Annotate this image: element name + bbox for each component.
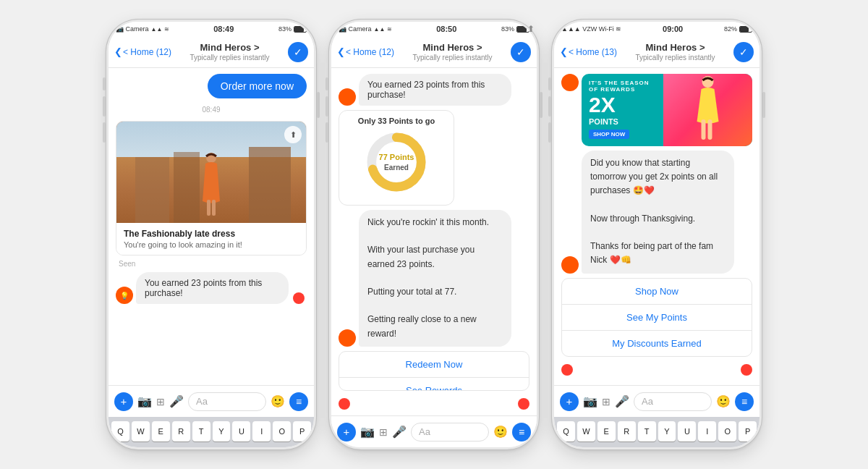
- emoji-icon-2[interactable]: 🙂: [493, 425, 508, 439]
- time-2: 08:50: [436, 25, 456, 33]
- power-button-2: [540, 92, 542, 118]
- nav-center-1: Mind Heros > Typically replies instantly: [174, 42, 285, 62]
- nav-checkmark-3[interactable]: ✓: [733, 42, 754, 62]
- donut-chart: 77 Points Earned: [348, 130, 445, 195]
- nav-subtitle-2: Typically replies instantly: [397, 54, 508, 62]
- key-I[interactable]: I: [252, 421, 271, 441]
- svg-rect-7: [707, 119, 712, 140]
- card-title-1: The Fashionably late dress: [124, 229, 299, 239]
- key-P[interactable]: P: [293, 421, 311, 441]
- bot-avatar-1: 💡: [116, 287, 133, 304]
- key-Q[interactable]: Q: [111, 421, 129, 441]
- key-Q3[interactable]: Q: [557, 421, 575, 441]
- shop-now-link[interactable]: Shop Now: [562, 279, 752, 304]
- input-bar-3: + 📷 ⊞ 🎤 Aa 🙂 ≡: [554, 385, 760, 417]
- key-P3[interactable]: P: [739, 421, 757, 441]
- image-icon-1[interactable]: ⊞: [156, 396, 165, 407]
- add-icon-3[interactable]: +: [560, 392, 579, 411]
- nav-subtitle-1: Typically replies instantly: [174, 54, 285, 62]
- image-icon-2[interactable]: ⊞: [379, 426, 388, 438]
- bot-row-2b: Nick you're rockin' it this month. With …: [339, 210, 529, 347]
- emoji-icon-1[interactable]: 🙂: [271, 394, 285, 408]
- key-R[interactable]: R: [172, 421, 190, 441]
- message-input-2[interactable]: Aa: [411, 423, 489, 441]
- card-share-btn-1[interactable]: ⬆: [284, 126, 302, 143]
- svg-rect-2: [212, 200, 216, 216]
- camera-icon-1[interactable]: 📷: [137, 394, 152, 408]
- mic-icon-2[interactable]: 🎤: [392, 425, 407, 439]
- message-input-1[interactable]: Aa: [188, 392, 266, 411]
- key-W3[interactable]: W: [577, 421, 595, 441]
- bot-row-2a: You earned 23 points from this purchase!: [339, 74, 529, 106]
- battery-pct-3: 82%: [724, 25, 737, 33]
- fashion-card[interactable]: ⬆ The Fashionably late dress You're goin…: [116, 121, 307, 255]
- order-button-bubble[interactable]: Order more now: [208, 74, 307, 98]
- status-bar-3: ▲▲▲ VZW Wi-Fi ≋ 09:00 82%: [554, 22, 760, 36]
- discounts-earned-link[interactable]: My Discounts Earned: [562, 330, 752, 356]
- phone-3: ▲▲▲ VZW Wi-Fi ≋ 09:00 82% ❮ < Home (13): [552, 20, 762, 449]
- carrier-3: ▲▲▲ VZW Wi-Fi ≋: [561, 25, 621, 33]
- key-O3[interactable]: O: [718, 421, 736, 441]
- key-T3[interactable]: T: [638, 421, 656, 441]
- key-E[interactable]: E: [152, 421, 170, 441]
- key-E3[interactable]: E: [597, 421, 616, 441]
- mic-icon-3[interactable]: 🎤: [615, 394, 629, 408]
- bot-dots-row: [339, 398, 529, 410]
- status-left-3: ▲▲▲ VZW Wi-Fi ≋: [561, 25, 621, 33]
- bot-avatar-3: [561, 74, 579, 91]
- battery-pct-1: 83%: [278, 25, 292, 33]
- camera-icon-2[interactable]: 📷: [360, 425, 375, 439]
- add-icon-1[interactable]: +: [114, 392, 133, 411]
- points-bubble-1: You earned 23 points from this purchase!: [136, 272, 289, 304]
- bot-dot-left: [339, 398, 350, 410]
- menu-icon-3[interactable]: ≡: [735, 392, 754, 411]
- power-button-1: [317, 92, 320, 118]
- volume-buttons-1: [103, 77, 106, 143]
- nav-title-3: Mind Heros >: [620, 42, 731, 54]
- menu-icon-2[interactable]: ≡: [512, 423, 531, 441]
- key-R3[interactable]: R: [618, 421, 636, 441]
- key-Y[interactable]: Y: [213, 421, 231, 441]
- bot-avatar-2b: [339, 329, 356, 347]
- time-1: 08:49: [213, 25, 234, 33]
- nav-back-1[interactable]: ❮ < Home (12): [114, 46, 171, 57]
- key-row-q3: Q W E R T Y U I O P: [557, 421, 757, 441]
- see-rewards-link[interactable]: See Rewards: [339, 377, 529, 391]
- message-input-3[interactable]: Aa: [634, 392, 712, 411]
- add-icon-2[interactable]: +: [337, 423, 356, 441]
- redeem-now-link[interactable]: Redeem Now: [339, 352, 529, 377]
- nav-checkmark-1[interactable]: ✓: [288, 42, 308, 62]
- nav-back-3[interactable]: ❮ < Home (13): [560, 46, 617, 57]
- nav-title-2: Mind Heros >: [397, 42, 508, 54]
- carrier-1: 📷 Camera: [116, 25, 149, 33]
- bot-dots-row-3: [561, 364, 752, 376]
- card-photo: ⬆: [116, 122, 306, 223]
- banner-text: IT'S THE SEASON OF REWARDS 2X POINTS SHO…: [589, 80, 650, 139]
- phone-1: 📷 Camera ▲▲ ≋ 08:49 83% ❮ < Home (12): [106, 20, 316, 449]
- key-U[interactable]: U: [232, 421, 250, 441]
- key-U3[interactable]: U: [678, 421, 696, 441]
- timestamp-1: 08:49: [116, 106, 307, 114]
- key-O[interactable]: O: [273, 421, 291, 441]
- input-bar-2: + 📷 ⊞ 🎤 Aa 🙂 ≡: [331, 415, 537, 447]
- battery-pct-2: 83%: [501, 25, 514, 33]
- see-my-points-link[interactable]: See My Points: [562, 304, 752, 330]
- key-W[interactable]: W: [132, 421, 150, 441]
- nav-back-2[interactable]: ❮ < Home (12): [337, 46, 394, 57]
- donut-caption: Only 33 Points to go: [348, 117, 445, 125]
- bot-dot-right-3: [741, 364, 752, 376]
- key-I3[interactable]: I: [698, 421, 716, 441]
- mic-icon-1[interactable]: 🎤: [169, 394, 184, 408]
- nav-bar-3: ❮ < Home (13) Mind Heros > Typically rep…: [554, 36, 760, 68]
- key-T[interactable]: T: [192, 421, 210, 441]
- key-Y3[interactable]: Y: [658, 421, 676, 441]
- rewards-row: IT'S THE SEASON OF REWARDS 2X POINTS SHO…: [561, 74, 752, 146]
- menu-icon-1[interactable]: ≡: [289, 392, 308, 411]
- nav-subtitle-3: Typically replies instantly: [620, 54, 731, 62]
- camera-icon-3[interactable]: 📷: [583, 394, 597, 408]
- nav-checkmark-2[interactable]: ✓: [511, 42, 531, 62]
- rewards-card-wrapper: IT'S THE SEASON OF REWARDS 2X POINTS SHO…: [582, 74, 752, 146]
- emoji-icon-3[interactable]: 🙂: [716, 394, 731, 408]
- nav-center-3: Mind Heros > Typically replies instantly: [620, 42, 731, 62]
- image-icon-3[interactable]: ⊞: [602, 396, 610, 407]
